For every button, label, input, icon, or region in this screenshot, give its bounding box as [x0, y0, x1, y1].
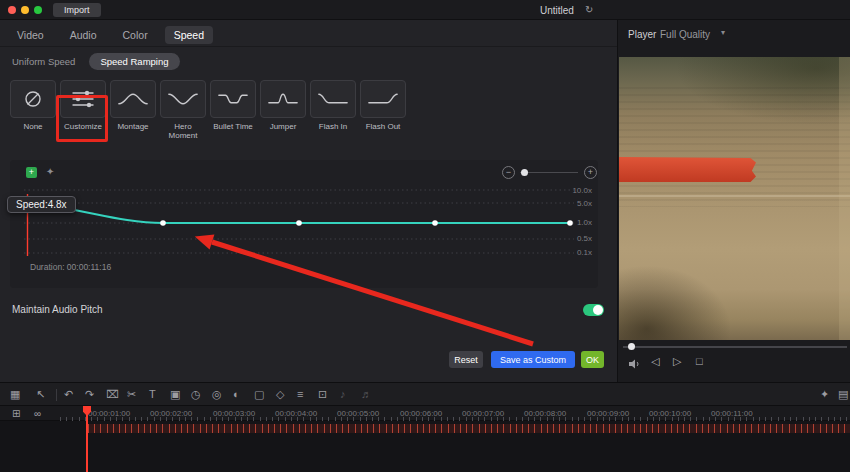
- duration-label: Duration: 00:00:11:16: [30, 262, 111, 272]
- zoom-out-icon[interactable]: −: [502, 166, 515, 179]
- adjust-icon[interactable]: ≡: [297, 388, 303, 401]
- mode-uniform-speed[interactable]: Uniform Speed: [12, 53, 75, 70]
- player-panel: Player Full Quality ▾ ◁ ▷ □: [617, 20, 850, 382]
- speed-mode-switch: Uniform Speed Speed Ramping: [12, 53, 180, 70]
- bullet-time-curve-icon: [210, 80, 256, 118]
- customize-sliders-icon: [60, 80, 106, 118]
- panel-layout-icon[interactable]: ▤: [838, 388, 848, 401]
- seek-knob[interactable]: [628, 343, 635, 350]
- speed-panel: Video Audio Color Speed Uniform Speed Sp…: [0, 20, 617, 382]
- undo-icon[interactable]: ↶: [64, 388, 73, 401]
- frame-back-button[interactable]: ◁: [651, 355, 659, 368]
- link-clips-icon[interactable]: ∞: [34, 408, 41, 419]
- toggle-knob: [593, 305, 603, 315]
- import-button[interactable]: Import: [53, 3, 101, 17]
- motion-track-icon[interactable]: ⊡: [318, 388, 327, 401]
- fullscreen-window-button[interactable]: [34, 6, 42, 14]
- select-tool-icon[interactable]: ↖: [36, 388, 45, 401]
- color-icon[interactable]: ◐: [233, 388, 240, 401]
- document-title: Untitled: [540, 5, 574, 16]
- reset-button[interactable]: Reset: [449, 351, 483, 368]
- divider: [56, 389, 57, 401]
- zoom-slider-knob[interactable]: [521, 169, 528, 176]
- media-stack-icon[interactable]: ⊞: [12, 408, 20, 419]
- y-axis-label: 1.0x: [577, 218, 592, 227]
- tab-audio[interactable]: Audio: [61, 26, 106, 44]
- tab-speed[interactable]: Speed: [165, 26, 213, 44]
- add-point-icon[interactable]: +: [26, 167, 37, 178]
- edit-toolbar: ▦ ↖ ↶ ↷ ⌧ ✂ T ▣ ◷ ◎ ◐ ▢ ◇ ≡ ⊡ ♪ ♬ ✦ ▤: [0, 382, 850, 406]
- timeline-ruler[interactable]: ⊞ ∞ 00:00:01:00 00:00:02:00 00:00:03:00 …: [0, 406, 850, 421]
- ok-button[interactable]: OK: [581, 351, 604, 368]
- preset-hero-moment[interactable]: Hero Moment: [160, 80, 206, 140]
- hero-moment-curve-icon: [160, 80, 206, 118]
- jumper-curve-icon: [260, 80, 306, 118]
- tab-video[interactable]: Video: [8, 26, 53, 44]
- speed-tooltip: Speed:4.8x: [7, 196, 76, 213]
- tab-color[interactable]: Color: [114, 26, 157, 44]
- keyframe-icon[interactable]: ◇: [276, 388, 284, 401]
- seek-bar[interactable]: [623, 346, 847, 348]
- mute-icon[interactable]: ♪: [340, 388, 346, 401]
- titlebar: Import Untitled ↻: [0, 0, 850, 20]
- divider: [0, 46, 617, 47]
- red-tape-stripe: [619, 157, 756, 182]
- delete-icon[interactable]: ⌧: [106, 388, 119, 401]
- y-axis-label: 0.5x: [577, 234, 592, 243]
- maintain-audio-pitch-label: Maintain Audio Pitch: [12, 304, 103, 315]
- panel-tabs: Video Audio Color Speed: [8, 26, 213, 44]
- flash-out-curve-icon: [360, 80, 406, 118]
- preset-bullet-time[interactable]: Bullet Time: [210, 80, 256, 140]
- filmora-window: Import Untitled ↻ Video Audio Color Spee…: [0, 0, 850, 472]
- sync-status-icon[interactable]: ↻: [585, 4, 593, 15]
- curve-point[interactable]: [567, 220, 573, 226]
- minimize-window-button[interactable]: [21, 6, 29, 14]
- mask-icon[interactable]: ▢: [254, 388, 264, 401]
- speed-curve-canvas[interactable]: [24, 186, 574, 260]
- curve-point[interactable]: [160, 220, 166, 226]
- curve-point[interactable]: [432, 220, 438, 226]
- frame-tick-band: [88, 424, 850, 433]
- preset-montage[interactable]: Montage: [110, 80, 156, 140]
- chevron-down-icon: ▾: [721, 28, 725, 37]
- crop-icon[interactable]: ▣: [170, 388, 180, 401]
- y-axis-label: 0.1x: [577, 248, 592, 257]
- preset-flash-in[interactable]: Flash In: [310, 80, 356, 140]
- playback-quality-dropdown[interactable]: Full Quality: [660, 29, 710, 40]
- preset-flash-out[interactable]: Flash Out: [360, 80, 406, 140]
- preset-none[interactable]: None: [10, 80, 56, 140]
- ai-tools-icon[interactable]: ✦: [820, 388, 829, 401]
- player-label: Player: [628, 29, 656, 40]
- cardboard-crease: [619, 195, 850, 197]
- star-icon[interactable]: ✦: [46, 166, 54, 177]
- volume-icon[interactable]: [628, 358, 641, 370]
- flash-in-curve-icon: [310, 80, 356, 118]
- ruler-ticks: [60, 417, 850, 421]
- stop-button[interactable]: □: [696, 355, 703, 367]
- zoom-slider[interactable]: [520, 172, 578, 173]
- speed-icon[interactable]: ◷: [191, 388, 201, 401]
- y-axis-label: 10.0x: [572, 186, 592, 195]
- redo-icon[interactable]: ↷: [85, 388, 94, 401]
- save-as-custom-button[interactable]: Save as Custom: [491, 351, 575, 368]
- maintain-audio-pitch-toggle[interactable]: [583, 304, 604, 316]
- none-icon: [10, 80, 56, 118]
- split-icon[interactable]: ✂: [127, 388, 136, 401]
- detach-audio-icon[interactable]: ♬: [361, 388, 372, 401]
- video-preview: [619, 57, 850, 340]
- speed-ramp-presets: None Customize Montage: [10, 80, 406, 140]
- close-window-button[interactable]: [8, 6, 16, 14]
- media-grid-icon[interactable]: ▦: [10, 388, 20, 401]
- preset-jumper[interactable]: Jumper: [260, 80, 306, 140]
- timeline: ⊞ ∞ 00:00:01:00 00:00:02:00 00:00:03:00 …: [0, 406, 850, 472]
- cardboard-texture: [619, 87, 850, 207]
- snapshot-icon[interactable]: ◎: [212, 388, 222, 401]
- mode-speed-ramping[interactable]: Speed Ramping: [89, 53, 179, 70]
- play-button[interactable]: ▷: [673, 355, 681, 368]
- zoom-in-icon[interactable]: +: [584, 166, 597, 179]
- cardboard-edge: [839, 57, 850, 340]
- text-tool-icon[interactable]: T: [149, 388, 156, 401]
- preset-customize[interactable]: Customize: [60, 80, 106, 140]
- curve-point[interactable]: [296, 220, 302, 226]
- montage-curve-icon: [110, 80, 156, 118]
